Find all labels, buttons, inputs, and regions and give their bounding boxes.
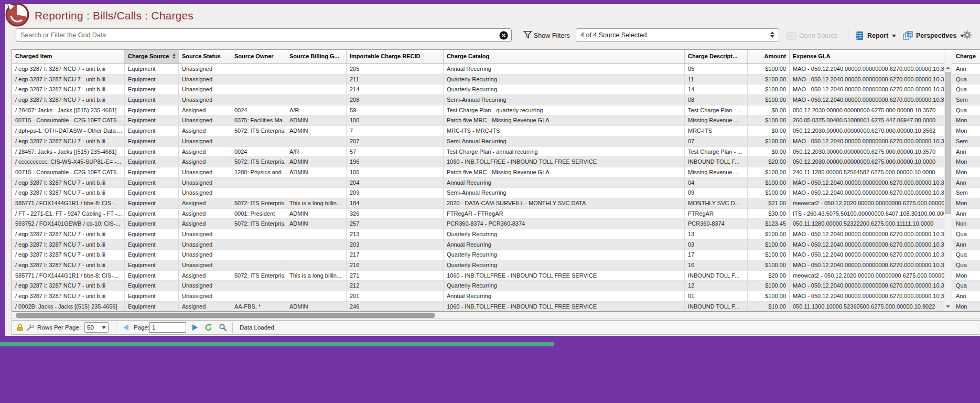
cell: 5072: ITS Enterpris... — [231, 198, 286, 209]
cell — [286, 95, 347, 105]
table-row[interactable]: / eqp 3287 I: 3287 NCU 7 - unit b.iiiEqu… — [12, 240, 980, 250]
settings-gear-icon[interactable] — [963, 30, 972, 39]
filter-funnel-icon — [523, 30, 532, 39]
table-row[interactable]: / 0002B: Jacks - Jacks [(515) 235-4656]E… — [12, 302, 980, 312]
table-row[interactable]: 585771 / FOX1444G1R1 / bbe-8: CIS-...Equ… — [12, 198, 980, 209]
cell: Unassigned — [179, 64, 231, 75]
cell: ADMIN — [286, 302, 347, 312]
column-header-charge-catalog[interactable]: Charge Catalog — [444, 50, 685, 63]
clear-search-icon[interactable] — [499, 31, 508, 40]
cell: 207 — [347, 136, 444, 147]
column-header-charge-descript[interactable]: Charge Descript... — [685, 50, 748, 63]
next-page-icon[interactable] — [192, 324, 198, 331]
cell: 05 — [685, 64, 748, 75]
cell: Equipment — [125, 126, 179, 136]
table-row[interactable]: / eqp 3287 I: 3287 NCU 7 - unit b.iiiEqu… — [12, 229, 980, 240]
table-row[interactable]: / dph-ps-1: OTH-DATASW - Other Data ...E… — [12, 126, 980, 136]
table-row[interactable]: / eqp 3287 I: 3287 NCU 7 - unit b.iiiEqu… — [12, 95, 980, 105]
column-header-charge-source[interactable]: Charge Source — [125, 50, 179, 63]
chevron-down-icon — [102, 326, 106, 329]
select-spinner-icon — [770, 31, 774, 38]
rows-per-page-select[interactable]: 50 — [84, 322, 109, 333]
table-row[interactable]: / eqp 3287 I: 3287 NCU 7 - unit b.iiiEqu… — [12, 291, 980, 302]
table-row[interactable]: 00715 - Consumable - C2G 10FT CAT6...Equ… — [12, 115, 980, 126]
table-row[interactable]: / 28457: Jacks - Jacks [(515) 235-4681]E… — [12, 147, 980, 157]
cell: / eqp 3287 I: 3287 NCU 7 - unit b.iii — [12, 75, 125, 85]
table-row[interactable]: / 28457: Jacks - Jacks [(515) 235-4681]E… — [12, 105, 980, 116]
search-input[interactable] — [16, 28, 512, 42]
open-source-button[interactable]: Open Source — [787, 29, 838, 42]
column-header-importable-charge-recid[interactable]: Importable Charge RECID — [347, 50, 444, 63]
scroll-up-icon[interactable] — [944, 64, 952, 72]
cell: 105 — [347, 167, 444, 178]
table-row[interactable]: / eqp 3287 I: 3287 NCU 7 - unit b.iiiEqu… — [12, 188, 980, 198]
table-row[interactable]: / cccccccccc: CIS-WS-X45-SUP8L-E= -...Eq… — [12, 157, 980, 167]
table-row[interactable]: / FT - 2271-E1: FT - 9247 Cabling - FT -… — [12, 209, 980, 219]
refresh-icon[interactable] — [204, 321, 213, 334]
table-row[interactable]: / eqp 3287 I: 3287 NCU 7 - unit b.iiiEqu… — [12, 84, 980, 95]
table-row[interactable]: / eqp 3287 I: 3287 NCU 7 - unit b.iiiEqu… — [12, 260, 980, 271]
table-row[interactable]: / eqp 3287 I: 3287 NCU 7 - unit b.iiiEqu… — [12, 64, 980, 75]
page-number-input[interactable] — [149, 322, 186, 333]
cell: Equipment — [125, 271, 179, 281]
table-row[interactable]: / eqp 3287 I: 3287 NCU 7 - unit b.iiiEqu… — [12, 250, 980, 260]
column-search-icon[interactable] — [219, 321, 227, 334]
cell: ADMIN — [286, 126, 347, 136]
cell: Equipment — [125, 75, 179, 85]
table-row[interactable]: / eqp 3287 I: 3287 NCU 7 - unit b.iiiEqu… — [12, 178, 980, 188]
column-header-expense-gla[interactable]: Expense GLA — [790, 50, 944, 63]
page-label: Page: — [134, 321, 149, 334]
wrench-icon[interactable] — [26, 321, 34, 334]
cell: 205 — [347, 64, 444, 75]
show-filters-button[interactable]: Show Filters — [534, 29, 570, 42]
column-header-charge[interactable]: Charge — [944, 50, 980, 63]
cell: 59 — [347, 105, 444, 116]
table-row[interactable]: 593752 / FOX1401GEWB / cb-10: CIS-...Equ… — [12, 219, 980, 229]
table-row[interactable]: / eqp 3287 I: 3287 NCU 7 - unit b.iiiEqu… — [12, 281, 980, 291]
cell: Unassigned — [179, 281, 231, 291]
report-button[interactable]: Report — [855, 29, 896, 42]
horizontal-scrollbar-thumb[interactable] — [16, 313, 435, 318]
vertical-scrollbar[interactable] — [944, 63, 952, 311]
cell: ADMIN — [286, 115, 347, 126]
open-source-icon — [787, 32, 796, 40]
column-header-source-status[interactable]: Source Status — [179, 50, 231, 63]
cell — [231, 281, 286, 291]
statusbar-separator — [116, 322, 116, 333]
cell: ITS - 260.43.5075.50100.00000000.6407.10… — [790, 209, 944, 219]
cell: Test Charge Plan - ... — [685, 147, 748, 157]
cell: 5072: ITS Enterpris... — [231, 219, 286, 229]
column-header-charged-item[interactable]: Charged Item — [12, 50, 125, 63]
column-header-source-billing-g[interactable]: Source Billing G... — [286, 50, 347, 63]
table-row[interactable]: / eqp 3287 I: 3287 NCU 7 - unit b.iiiEqu… — [12, 136, 980, 147]
cell: Equipment — [125, 302, 179, 312]
cell: 184 — [347, 198, 444, 209]
table-row[interactable]: 585771 / FOX1444G1R1 / bbe-8: CIS-...Equ… — [12, 271, 980, 281]
table-row[interactable]: / eqp 3287 I: 3287 NCU 7 - unit b.iiiEqu… — [12, 75, 980, 85]
perspectives-button[interactable]: Perspectives — [903, 29, 964, 42]
cell — [231, 95, 286, 105]
column-header-amount[interactable]: Amount — [748, 50, 790, 63]
table-row[interactable]: 00715 - Consumable - C2G 10FT CAT6...Equ… — [12, 167, 980, 178]
previous-page-icon[interactable] — [123, 324, 128, 331]
cell: 211 — [347, 75, 444, 85]
app-window: Reporting : Bills/Calls : Charges Show F… — [0, 0, 980, 403]
column-header-source-owner[interactable]: Source Owner — [231, 50, 286, 63]
cell: / eqp 3287 I: 3287 NCU 7 - unit b.iii — [12, 281, 125, 291]
cell — [286, 250, 347, 260]
vertical-scrollbar-thumb[interactable] — [945, 72, 951, 214]
scroll-down-icon[interactable] — [944, 303, 952, 311]
cell: Assigned — [179, 105, 231, 116]
cell: MAO - 050.12.2040.00000.00000000.6270.00… — [790, 64, 944, 75]
cell: $100.00 — [748, 188, 790, 198]
cell: Equipment — [125, 260, 179, 271]
report-icon — [855, 31, 864, 40]
cell — [286, 291, 347, 302]
cell: 050.12.2030.00000.00000000.6270.000.0000… — [790, 126, 944, 136]
source-select[interactable]: 4 of 4 Source Selected — [576, 28, 779, 42]
lock-icon[interactable] — [16, 321, 24, 334]
toolbar-separator — [848, 29, 848, 42]
cell: Equipment — [125, 198, 179, 209]
cell: 1060 - INB.TOLLFREE - INBOUND TOLL FREE … — [444, 302, 685, 312]
horizontal-scrollbar[interactable] — [12, 312, 980, 319]
